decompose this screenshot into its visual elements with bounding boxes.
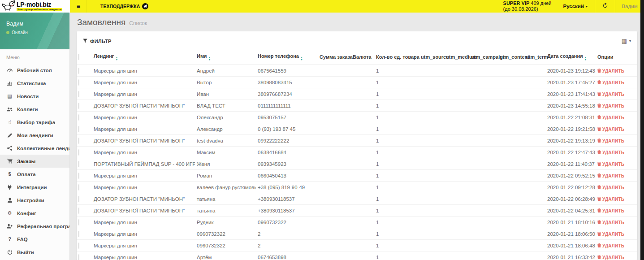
sidebar-item-label: Заказы: [17, 159, 35, 164]
currency-cell: [351, 135, 374, 147]
column-header-landing[interactable]: Лендинг▲▼: [92, 50, 195, 65]
language-selector[interactable]: Русский ▾: [556, 0, 595, 13]
sort-icon[interactable]: ▲▼: [300, 56, 303, 61]
support-button[interactable]: ТЕХПОДДЕРЖКА: [87, 0, 156, 13]
row-checkbox[interactable]: [78, 243, 79, 249]
utm-campaign-cell: [469, 193, 498, 205]
utm-term-cell: [524, 158, 545, 170]
row-checkbox[interactable]: [78, 173, 79, 179]
utm-term-cell: [524, 100, 545, 112]
delete-button[interactable]: УДАЛИТЬ: [597, 162, 624, 167]
row-checkbox[interactable]: [78, 79, 79, 86]
utm-medium-cell: [444, 112, 469, 123]
topbar-username[interactable]: Вадим: [615, 0, 644, 13]
delete-button[interactable]: УДАЛИТЬ: [597, 139, 624, 143]
utm-source-cell: [419, 217, 444, 228]
card-toolbar: ФИЛЬТР ▦ ▾: [77, 31, 637, 50]
sidebar-item-logout[interactable]: Выйти: [0, 246, 69, 259]
logo[interactable]: LP-mobi.biz Конструктор мобильных лендин…: [0, 0, 70, 13]
scrollbar-track[interactable]: [640, 0, 644, 260]
utm-source-cell: [419, 158, 444, 170]
utm-source-cell: [419, 147, 444, 158]
delete-button[interactable]: УДАЛИТЬ: [597, 208, 624, 213]
sidebar-item-orders[interactable]: Заказы: [0, 155, 69, 168]
row-select-cell: [77, 182, 92, 193]
name-cell: Віктор: [195, 77, 256, 88]
currency-cell: [351, 158, 374, 170]
hamburger-menu-icon[interactable]: ≡: [70, 0, 87, 13]
delete-button[interactable]: УДАЛИТЬ: [597, 197, 624, 202]
row-checkbox[interactable]: [78, 138, 79, 144]
delete-button[interactable]: УДАЛИТЬ: [597, 69, 624, 74]
sidebar-item-payment[interactable]: $ Оплата: [0, 168, 69, 181]
row-checkbox[interactable]: [78, 103, 79, 109]
row-select-cell: [77, 240, 92, 251]
delete-button[interactable]: УДАЛИТЬ: [597, 243, 624, 248]
row-checkbox[interactable]: [78, 219, 79, 225]
column-header-name[interactable]: Имя▲▼: [195, 50, 256, 65]
sidebar-item-news[interactable]: ▤ Новости: [0, 90, 69, 103]
sidebar-item-settings[interactable]: Настройки: [0, 194, 69, 207]
utm-content-cell: [498, 123, 524, 135]
delete-button[interactable]: УДАЛИТЬ: [597, 104, 624, 108]
refresh-button[interactable]: [595, 0, 615, 13]
delete-button[interactable]: УДАЛИТЬ: [597, 173, 624, 178]
utm-campaign-cell: [469, 205, 498, 217]
delete-button[interactable]: УДАЛИТЬ: [597, 255, 624, 260]
delete-button[interactable]: УДАЛИТЬ: [597, 220, 624, 225]
currency-cell: [351, 77, 374, 88]
online-status-icon: [6, 31, 9, 34]
sort-icon[interactable]: ▲▼: [584, 56, 587, 61]
sidebar-item-statistics[interactable]: Статистика: [0, 77, 69, 90]
row-checkbox[interactable]: [78, 254, 79, 260]
utm-medium-cell: [444, 170, 469, 182]
table-row: Маркеры для шин валеев фанур рустямович …: [77, 182, 637, 193]
sidebar-item-collective-landings[interactable]: Коллективные лендинги: [0, 142, 69, 155]
utm-content-cell: [498, 88, 524, 100]
row-checkbox[interactable]: [78, 114, 79, 121]
delete-button[interactable]: УДАЛИТЬ: [597, 80, 624, 85]
row-checkbox[interactable]: [78, 149, 79, 156]
name-cell: 0960732322: [195, 240, 256, 251]
row-checkbox[interactable]: [78, 161, 79, 167]
options-cell: УДАЛИТЬ: [596, 182, 637, 193]
sidebar-item-dashboard[interactable]: Рабочий стол: [0, 64, 69, 77]
sort-icon[interactable]: ▲▼: [115, 56, 118, 61]
utm-medium-cell: [444, 205, 469, 217]
row-checkbox[interactable]: [78, 208, 79, 214]
utm-term-cell: [524, 65, 545, 77]
created-date-cell: 2020-01-21 18:10:16: [545, 217, 596, 228]
row-checkbox[interactable]: [78, 184, 79, 191]
row-checkbox[interactable]: [78, 196, 79, 202]
sidebar-item-colleagues[interactable]: Коллеги: [0, 103, 69, 116]
delete-button[interactable]: УДАЛИТЬ: [597, 232, 624, 237]
filter-button[interactable]: ФИЛЬТР: [83, 39, 112, 44]
sidebar-item-tariff[interactable]: ☝ Выбор тарифа: [0, 116, 69, 129]
sort-icon[interactable]: ▲▼: [208, 56, 211, 61]
row-checkbox[interactable]: [78, 126, 79, 132]
delete-button[interactable]: УДАЛИТЬ: [597, 115, 624, 120]
row-checkbox[interactable]: [78, 91, 79, 97]
landing-cell: Маркеры для шин: [92, 182, 195, 193]
row-checkbox[interactable]: [78, 231, 79, 237]
sidebar-item-referral[interactable]: Реферальная программа: [0, 220, 69, 233]
delete-button[interactable]: УДАЛИТЬ: [597, 127, 624, 132]
order-sum-cell: [318, 228, 351, 240]
sidebar-item-integrations[interactable]: Интеграции: [0, 181, 69, 194]
utm-term-cell: [524, 135, 545, 147]
quantity-cell: 1: [374, 205, 419, 217]
column-visibility-button[interactable]: ▦ ▾: [622, 38, 631, 44]
select-all-checkbox[interactable]: [78, 54, 79, 60]
row-select-cell: [77, 228, 92, 240]
sidebar-item-faq[interactable]: ? FAQ: [0, 233, 69, 246]
delete-button[interactable]: УДАЛИТЬ: [597, 185, 624, 190]
row-checkbox[interactable]: [78, 68, 79, 74]
column-header-currency: Валюта: [351, 50, 374, 65]
delete-button[interactable]: УДАЛИТЬ: [597, 92, 624, 97]
delete-button[interactable]: УДАЛИТЬ: [597, 150, 624, 155]
column-header-created[interactable]: Дата создания▲▼: [545, 50, 596, 65]
utm-medium-cell: [444, 147, 469, 158]
sidebar-item-my-landings[interactable]: Мои лендинги: [0, 129, 69, 142]
column-header-phone[interactable]: Номер телефона▲▼: [256, 50, 318, 65]
sidebar-item-config[interactable]: ⚙ Конфиг: [0, 207, 69, 220]
